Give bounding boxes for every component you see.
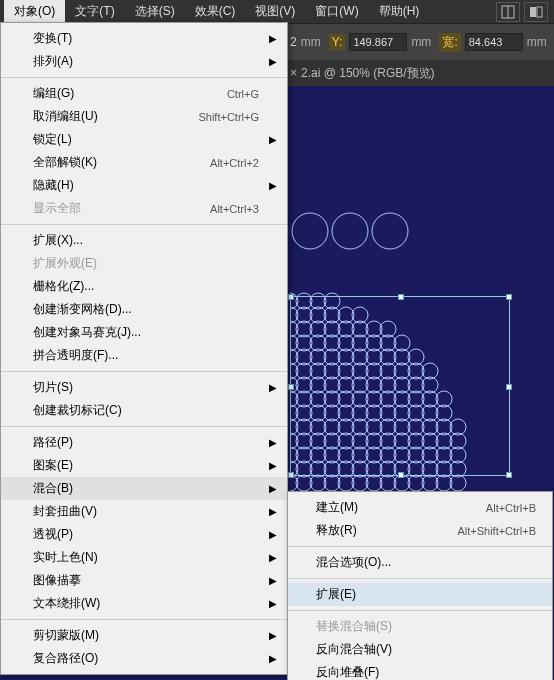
submenu-item[interactable]: 混合选项(O)... bbox=[288, 551, 552, 574]
y-unit: mm bbox=[411, 35, 431, 49]
menu-item[interactable]: 创建裁切标记(C) bbox=[1, 399, 287, 422]
menu-item[interactable]: 排列(A)▶ bbox=[1, 50, 287, 73]
menu-item[interactable]: 显示全部Alt+Ctrl+3 bbox=[1, 197, 287, 220]
submenu-item[interactable]: 扩展(E) bbox=[288, 583, 552, 606]
tool-layout-icon[interactable] bbox=[496, 2, 520, 22]
handle-e[interactable] bbox=[506, 384, 512, 390]
submenu-item[interactable]: 释放(R)Alt+Shift+Ctrl+B bbox=[288, 519, 552, 542]
x-suffix: 2 bbox=[290, 35, 297, 49]
y-input[interactable] bbox=[349, 33, 407, 51]
menu-item[interactable]: 创建对象马赛克(J)... bbox=[1, 321, 287, 344]
tool-arrange-icon[interactable] bbox=[524, 2, 548, 22]
menu-window[interactable]: 窗口(W) bbox=[305, 0, 368, 24]
menu-object[interactable]: 对象(O) bbox=[4, 0, 65, 24]
chevron-right-icon: ▶ bbox=[269, 529, 277, 540]
submenu-item[interactable]: 反向混合轴(V) bbox=[288, 638, 552, 661]
svg-rect-2 bbox=[530, 7, 536, 17]
chevron-right-icon: ▶ bbox=[269, 506, 277, 517]
x-unit: mm bbox=[301, 35, 321, 49]
menu-item[interactable]: 切片(S)▶ bbox=[1, 376, 287, 399]
menu-type[interactable]: 文字(T) bbox=[65, 0, 124, 24]
menu-item[interactable]: 扩展(X)... bbox=[1, 229, 287, 252]
blend-submenu: 建立(M)Alt+Ctrl+B释放(R)Alt+Shift+Ctrl+B混合选项… bbox=[287, 491, 553, 680]
svg-point-7 bbox=[372, 213, 408, 249]
submenu-item[interactable]: 反向堆叠(F) bbox=[288, 661, 552, 680]
menu-item[interactable]: 混合(B)▶ bbox=[1, 477, 287, 500]
menu-item[interactable]: 剪切蒙版(M)▶ bbox=[1, 624, 287, 647]
object-menu-dropdown: 变换(T)▶排列(A)▶编组(G)Ctrl+G取消编组(U)Shift+Ctrl… bbox=[0, 22, 288, 675]
menu-item[interactable]: 封套扭曲(V)▶ bbox=[1, 500, 287, 523]
menu-item[interactable]: 拼合透明度(F)... bbox=[1, 344, 287, 367]
w-input[interactable] bbox=[465, 33, 523, 51]
menu-view[interactable]: 视图(V) bbox=[245, 0, 305, 24]
svg-rect-3 bbox=[537, 7, 542, 17]
submenu-item[interactable]: 建立(M)Alt+Ctrl+B bbox=[288, 496, 552, 519]
handle-w[interactable] bbox=[288, 384, 294, 390]
handle-se[interactable] bbox=[506, 472, 512, 478]
chevron-right-icon: ▶ bbox=[269, 552, 277, 563]
menu-item[interactable]: 透视(P)▶ bbox=[1, 523, 287, 546]
handle-ne[interactable] bbox=[506, 294, 512, 300]
handle-sw[interactable] bbox=[288, 472, 294, 478]
w-unit: mm bbox=[527, 35, 547, 49]
menu-item[interactable]: 锁定(L)▶ bbox=[1, 128, 287, 151]
close-icon[interactable]: × bbox=[290, 66, 297, 80]
chevron-right-icon: ▶ bbox=[269, 460, 277, 471]
menu-item[interactable]: 栅格化(Z)... bbox=[1, 275, 287, 298]
handle-s[interactable] bbox=[398, 472, 404, 478]
chevron-right-icon: ▶ bbox=[269, 382, 277, 393]
menu-item[interactable]: 取消编组(U)Shift+Ctrl+G bbox=[1, 105, 287, 128]
menu-item[interactable]: 图像描摹▶ bbox=[1, 569, 287, 592]
chevron-right-icon: ▶ bbox=[269, 575, 277, 586]
chevron-right-icon: ▶ bbox=[269, 653, 277, 664]
menu-help[interactable]: 帮助(H) bbox=[369, 0, 430, 24]
menu-item[interactable]: 图案(E)▶ bbox=[1, 454, 287, 477]
chevron-right-icon: ▶ bbox=[269, 180, 277, 191]
handle-n[interactable] bbox=[398, 294, 404, 300]
chevron-right-icon: ▶ bbox=[269, 134, 277, 145]
menu-item[interactable]: 创建渐变网格(D)... bbox=[1, 298, 287, 321]
chevron-right-icon: ▶ bbox=[269, 630, 277, 641]
submenu-item[interactable]: 替换混合轴(S) bbox=[288, 615, 552, 638]
chevron-right-icon: ▶ bbox=[269, 437, 277, 448]
chevron-right-icon: ▶ bbox=[269, 598, 277, 609]
menu-item[interactable]: 实时上色(N)▶ bbox=[1, 546, 287, 569]
svg-point-5 bbox=[292, 213, 328, 249]
chevron-right-icon: ▶ bbox=[269, 33, 277, 44]
svg-point-6 bbox=[332, 213, 368, 249]
menu-select[interactable]: 选择(S) bbox=[125, 0, 185, 24]
document-tab[interactable]: 2.ai @ 150% (RGB/预览) bbox=[301, 65, 435, 82]
chevron-right-icon: ▶ bbox=[269, 56, 277, 67]
y-label: Y: bbox=[329, 34, 346, 50]
menu-item[interactable]: 文本绕排(W)▶ bbox=[1, 592, 287, 615]
menu-effect[interactable]: 效果(C) bbox=[185, 0, 246, 24]
menu-item[interactable]: 全部解锁(K)Alt+Ctrl+2 bbox=[1, 151, 287, 174]
menu-item[interactable]: 扩展外观(E) bbox=[1, 252, 287, 275]
menu-item[interactable]: 隐藏(H)▶ bbox=[1, 174, 287, 197]
selection-box bbox=[290, 296, 510, 476]
chevron-right-icon: ▶ bbox=[269, 483, 277, 494]
menu-item[interactable]: 复合路径(O)▶ bbox=[1, 647, 287, 670]
menu-item[interactable]: 路径(P)▶ bbox=[1, 431, 287, 454]
menu-bar: 对象(O) 文字(T) 选择(S) 效果(C) 视图(V) 窗口(W) 帮助(H… bbox=[0, 0, 554, 24]
handle-nw[interactable] bbox=[288, 294, 294, 300]
w-label: 宽: bbox=[439, 33, 460, 52]
menu-item[interactable]: 编组(G)Ctrl+G bbox=[1, 82, 287, 105]
menu-item[interactable]: 变换(T)▶ bbox=[1, 27, 287, 50]
